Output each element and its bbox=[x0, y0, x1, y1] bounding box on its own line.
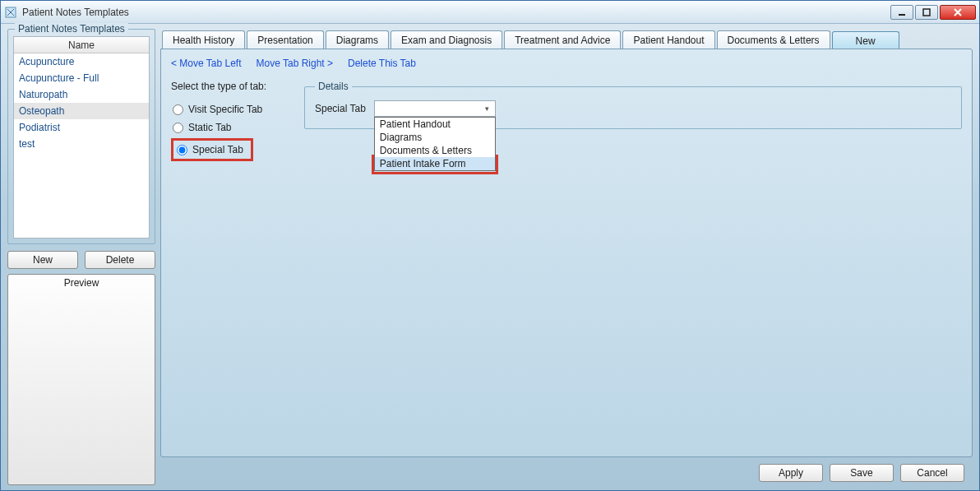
window: Patient Notes Templates Patient Notes Te… bbox=[0, 0, 980, 491]
tab-actions: < Move Tab Left Move Tab Right > Delete … bbox=[171, 58, 962, 69]
minimize-button[interactable] bbox=[890, 5, 913, 20]
tab-presentation[interactable]: Presentation bbox=[247, 30, 323, 49]
tab-strip: Health History Presentation Diagrams Exa… bbox=[160, 30, 973, 49]
chevron-down-icon: ▾ bbox=[482, 103, 493, 114]
close-button[interactable] bbox=[940, 5, 976, 20]
tab-exam-diagnosis[interactable]: Exam and Diagnosis bbox=[391, 30, 502, 49]
tab-type-prompt: Select the type of tab: bbox=[171, 81, 286, 92]
preview-button[interactable]: Preview bbox=[7, 274, 155, 485]
special-tab-label: Special Tab bbox=[315, 103, 366, 114]
svg-rect-2 bbox=[923, 9, 930, 16]
templates-group: Patient Notes Templates Name Acupuncture… bbox=[7, 29, 155, 244]
radio-static-input[interactable] bbox=[173, 123, 183, 133]
templates-list[interactable]: Name Acupuncture Acupuncture - Full Natu… bbox=[13, 36, 150, 239]
footer-buttons: Apply Save Cancel bbox=[160, 457, 973, 490]
list-item[interactable]: Naturopath bbox=[14, 86, 149, 103]
move-tab-left-link[interactable]: < Move Tab Left bbox=[171, 58, 242, 69]
apply-button[interactable]: Apply bbox=[759, 464, 823, 482]
dropdown-option[interactable]: Patient Intake Form bbox=[375, 157, 495, 170]
maximize-button[interactable] bbox=[915, 5, 938, 20]
tab-treatment-advice[interactable]: Treatment and Advice bbox=[504, 30, 621, 49]
special-tab-dropdown[interactable]: Patient Handout Diagrams Documents & Let… bbox=[374, 117, 496, 171]
window-buttons bbox=[890, 5, 976, 20]
tab-new-label: New bbox=[856, 35, 876, 47]
tab-documents-letters[interactable]: Documents & Letters bbox=[717, 30, 830, 49]
radio-static[interactable]: Static Tab bbox=[171, 118, 286, 137]
tab-health-history[interactable]: Health History bbox=[162, 30, 245, 49]
main-panel: Health History Presentation Diagrams Exa… bbox=[160, 30, 973, 490]
tab-type-column: Select the type of tab: Visit Specific T… bbox=[171, 81, 286, 161]
delete-tab-link[interactable]: Delete This Tab bbox=[348, 58, 416, 69]
tab-new[interactable]: New bbox=[832, 31, 899, 49]
delete-template-button[interactable]: Delete bbox=[85, 251, 155, 269]
radio-special[interactable]: Special Tab bbox=[175, 141, 249, 159]
radio-special-label: Special Tab bbox=[192, 144, 243, 155]
dropdown-option[interactable]: Diagrams bbox=[375, 131, 495, 144]
list-item[interactable]: Podiatrist bbox=[14, 119, 149, 136]
radio-visit-specific-input[interactable] bbox=[173, 104, 183, 115]
radio-special-input[interactable] bbox=[177, 145, 187, 155]
special-tab-combo[interactable]: ▾ bbox=[374, 100, 496, 117]
templates-header[interactable]: Name bbox=[14, 37, 149, 53]
tab-panel: < Move Tab Left Move Tab Right > Delete … bbox=[160, 49, 973, 457]
dropdown-option[interactable]: Documents & Letters bbox=[375, 144, 495, 157]
sidebar: Patient Notes Templates Name Acupuncture… bbox=[7, 29, 155, 485]
radio-visit-specific-label: Visit Specific Tab bbox=[188, 104, 262, 115]
new-template-button[interactable]: New bbox=[7, 251, 78, 269]
move-tab-right-link[interactable]: Move Tab Right > bbox=[257, 58, 334, 69]
window-title: Patient Notes Templates bbox=[22, 7, 129, 18]
client-area: Patient Notes Templates Name Acupuncture… bbox=[1, 24, 979, 490]
dropdown-option[interactable]: Patient Handout bbox=[375, 118, 495, 131]
details-group: Details Special Tab ▾ Patient Handout bbox=[304, 81, 962, 129]
tab-patient-handout[interactable]: Patient Handout bbox=[622, 30, 714, 49]
app-icon bbox=[4, 6, 17, 19]
radio-static-label: Static Tab bbox=[188, 122, 231, 133]
templates-group-label: Patient Notes Templates bbox=[15, 23, 128, 35]
details-column: Details Special Tab ▾ Patient Handout bbox=[304, 81, 962, 129]
save-button[interactable]: Save bbox=[830, 464, 894, 482]
list-item[interactable]: test bbox=[14, 136, 149, 152]
details-legend: Details bbox=[315, 81, 352, 92]
list-item[interactable]: Acupuncture bbox=[14, 53, 149, 70]
titlebar[interactable]: Patient Notes Templates bbox=[1, 1, 979, 24]
radio-visit-specific[interactable]: Visit Specific Tab bbox=[171, 100, 286, 118]
cancel-button[interactable]: Cancel bbox=[900, 464, 964, 482]
tab-diagrams[interactable]: Diagrams bbox=[326, 30, 389, 49]
list-item[interactable]: Acupuncture - Full bbox=[14, 70, 149, 86]
list-item[interactable]: Osteopath bbox=[14, 103, 149, 119]
